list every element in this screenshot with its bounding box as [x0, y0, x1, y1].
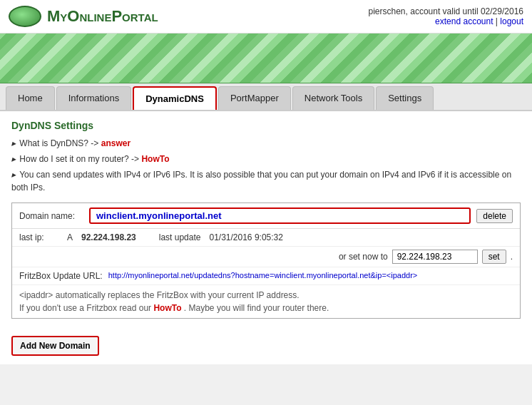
ip-value: 92.224.198.23	[81, 232, 136, 242]
info-line3-text: You can send updates with IPv4 or IPv6 I…	[11, 170, 511, 193]
info-line1-prefix: What is DynDNS? ->	[19, 138, 98, 148]
logo-area: MyOnlinePortal	[9, 6, 158, 27]
setnow-label: or set now to	[339, 252, 388, 262]
account-user: pierschen	[369, 6, 406, 16]
navigation: Home Informations DynamicDNS PortMapper …	[0, 83, 532, 111]
logo-bubble-icon	[9, 6, 41, 27]
dns-box: Domain name: winclient.myonlineportal.ne…	[11, 202, 521, 319]
account-info: pierschen, account valid until 02/29/201…	[369, 6, 524, 26]
banner	[0, 34, 532, 83]
setnow-row: or set now to set .	[12, 247, 520, 267]
howto-link2[interactable]: HowTo	[153, 303, 181, 313]
marker3: ▸	[11, 170, 16, 180]
set-button[interactable]: set	[482, 250, 506, 264]
domain-label: Domain name:	[19, 211, 83, 221]
info-line2: ▸ How do I set it on my router? -> HowTo	[11, 153, 521, 165]
dot: .	[511, 252, 513, 262]
section-title: DynDNS Settings	[11, 120, 521, 131]
fritz-url-link[interactable]: http://myonlineportal.net/updatedns?host…	[108, 271, 418, 280]
lastip-row: last ip: A 92.224.198.23 last update 01/…	[12, 229, 520, 247]
nav-item-portmapper[interactable]: PortMapper	[218, 86, 291, 110]
lastupdate-value: 01/31/2016 9:05:32	[209, 232, 282, 242]
info-line2-prefix: How do I set it on my router? ->	[19, 154, 139, 164]
howto-link1[interactable]: HowTo	[141, 154, 169, 164]
nav-item-dynamicdns[interactable]: DynamicDNS	[133, 86, 217, 110]
fritz-note1-text: <ipaddr> automatically replaces the Frit…	[19, 290, 300, 300]
answer-link[interactable]: answer	[101, 138, 131, 148]
info-line1: ▸ What is DynDNS? -> answer	[11, 137, 521, 150]
nav-item-settings[interactable]: Settings	[376, 86, 434, 110]
nav-item-informations[interactable]: Informations	[56, 86, 132, 110]
logo-text: MyOnlinePortal	[47, 7, 158, 26]
add-domain-button[interactable]: Add New Domain	[11, 336, 99, 356]
main-content: DynDNS Settings ▸ What is DynDNS? -> ans…	[0, 111, 532, 364]
account-valid-label: account valid until	[410, 6, 478, 16]
fritz-note2-suffix: . Maybe you will find your router there.	[184, 303, 329, 313]
ip-type: A	[67, 232, 73, 242]
nav-item-home[interactable]: Home	[6, 86, 55, 110]
nav-item-networktools[interactable]: Network Tools	[292, 86, 374, 110]
fritz-row: FritzBox Update URL: http://myonlineport…	[12, 267, 520, 285]
fritz-label: FritzBox Update URL:	[19, 271, 103, 281]
lastip-label: last ip:	[19, 232, 58, 242]
fritz-note1: <ipaddr> automatically replaces the Frit…	[12, 285, 520, 318]
domain-value: winclient.myonlineportal.net	[89, 207, 471, 224]
info-line3: ▸ You can send updates with IPv4 or IPv6…	[11, 168, 521, 194]
marker1: ▸	[11, 138, 16, 148]
fritz-note2-prefix: If you don't use a Fritzbox read our	[19, 303, 151, 313]
extend-account-link[interactable]: extend account	[435, 16, 493, 26]
domain-row: Domain name: winclient.myonlineportal.ne…	[12, 203, 520, 229]
marker2: ▸	[11, 154, 16, 164]
lastupdate-label: last update	[159, 232, 201, 242]
account-date: 02/29/2016	[481, 6, 523, 16]
logout-link[interactable]: logout	[500, 16, 523, 26]
delete-button[interactable]: delete	[476, 209, 513, 223]
header: MyOnlinePortal pierschen, account valid …	[0, 0, 532, 34]
setnow-input[interactable]	[392, 250, 478, 264]
